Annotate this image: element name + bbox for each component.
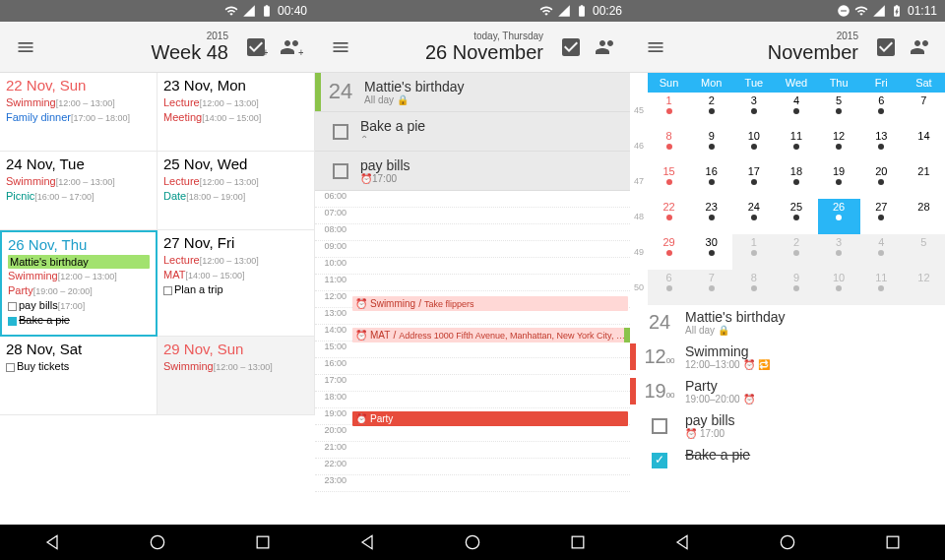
- new-task-button[interactable]: +: [240, 35, 272, 59]
- hour-row[interactable]: 08:00: [315, 224, 630, 241]
- month-cell[interactable]: 4: [775, 93, 817, 128]
- hour-row[interactable]: 21:00: [315, 442, 630, 459]
- task-row[interactable]: Bake a pie ⌃: [315, 112, 630, 152]
- month-cell[interactable]: 10: [732, 128, 775, 163]
- month-cell[interactable]: 6: [648, 270, 690, 305]
- month-grid[interactable]: 4512345674689101112131447151617181920214…: [630, 93, 945, 305]
- task-row[interactable]: pay bills ⏰17:00: [315, 152, 630, 191]
- month-cell[interactable]: 25: [775, 199, 817, 234]
- agenda-event[interactable]: 1200 Swimming 12:00–13:00 ⏰ 🔁: [630, 340, 945, 374]
- month-cell[interactable]: 15: [648, 163, 690, 199]
- month-cell[interactable]: 21: [903, 163, 945, 199]
- new-task-button[interactable]: [555, 35, 587, 59]
- hour-row[interactable]: 22:00: [315, 459, 630, 475]
- event-party[interactable]: ⏰ Party: [352, 411, 628, 426]
- event[interactable]: Lecture[12:00 – 13:00]: [163, 253, 308, 268]
- month-cell[interactable]: 19: [818, 163, 860, 199]
- hour-row[interactable]: 09:00: [315, 241, 630, 258]
- allday-row[interactable]: 24 Mattie's birthday All day 🔒: [315, 73, 630, 112]
- hour-row[interactable]: 07:00: [315, 208, 630, 224]
- hour-row[interactable]: 15:00: [315, 342, 630, 358]
- hour-row[interactable]: 23:00: [315, 475, 630, 492]
- event[interactable]: pay bills[17:00]: [8, 298, 150, 313]
- event[interactable]: Picnic[16:00 – 17:00]: [6, 189, 151, 204]
- hour-row[interactable]: 06:00: [315, 191, 630, 208]
- month-cell[interactable]: 3: [818, 234, 860, 270]
- month-cell[interactable]: 14: [903, 128, 945, 163]
- menu-button[interactable]: [8, 37, 43, 57]
- month-cell[interactable]: 16: [690, 163, 732, 199]
- month-cell[interactable]: 5: [818, 93, 860, 128]
- hour-row[interactable]: 17:00: [315, 375, 630, 392]
- month-cell[interactable]: 10: [818, 270, 860, 305]
- event[interactable]: Meeting[14:00 – 15:00]: [163, 110, 308, 125]
- event[interactable]: Mattie's birthday: [8, 255, 150, 269]
- month-cell[interactable]: 9: [690, 128, 732, 163]
- hour-row[interactable]: 20:00: [315, 425, 630, 442]
- back-button[interactable]: [42, 532, 62, 552]
- month-cell[interactable]: 28: [903, 199, 945, 234]
- checkbox-icon[interactable]: [8, 317, 17, 326]
- hour-row[interactable]: 18:00: [315, 392, 630, 408]
- week-cell[interactable]: 27 Nov, FriLecture[12:00 – 13:00]MAT[14:…: [158, 230, 315, 337]
- month-cell[interactable]: 27: [860, 199, 903, 234]
- event[interactable]: Date[18:00 – 19:00]: [163, 189, 308, 204]
- checkbox-icon[interactable]: [6, 363, 15, 372]
- month-cell[interactable]: 1: [648, 93, 690, 128]
- month-cell[interactable]: 12: [818, 128, 860, 163]
- month-cell[interactable]: 12: [903, 270, 945, 305]
- month-cell[interactable]: 9: [775, 270, 817, 305]
- recent-button[interactable]: [883, 532, 903, 552]
- agenda-task[interactable]: pay bills ⏰17:00: [630, 408, 945, 443]
- event[interactable]: Party[19:00 – 20:00]: [8, 283, 150, 298]
- hours-grid[interactable]: ⏰ Swimming/ Take flippers ⏰ MAT/ Address…: [315, 191, 630, 525]
- title-block[interactable]: 2015 Week 48: [47, 31, 236, 64]
- home-button[interactable]: [778, 532, 797, 552]
- month-cell[interactable]: 8: [732, 270, 775, 305]
- title-block[interactable]: 2015 November: [677, 31, 866, 64]
- week-grid[interactable]: 22 Nov, SunSwimming[12:00 – 13:00]Family…: [0, 73, 315, 525]
- month-cell[interactable]: 29: [648, 234, 690, 270]
- event[interactable]: Swimming[12:00 – 13:00]: [163, 359, 308, 374]
- event[interactable]: Buy tickets: [6, 359, 151, 373]
- back-button[interactable]: [357, 532, 377, 552]
- task-checkbox[interactable]: [321, 124, 360, 140]
- event[interactable]: Swimming[12:00 – 13:00]: [6, 95, 151, 110]
- month-cell[interactable]: 2: [690, 93, 732, 128]
- week-cell[interactable]: 25 Nov, WedLecture[12:00 – 13:00]Date[18…: [158, 152, 315, 230]
- menu-button[interactable]: [323, 37, 358, 57]
- recent-button[interactable]: [568, 532, 588, 552]
- week-cell[interactable]: 24 Nov, TueSwimming[12:00 – 13:00]Picnic…: [0, 152, 158, 230]
- month-cell[interactable]: 3: [732, 93, 775, 128]
- event-mat[interactable]: ⏰ MAT/ Address 1000 Fifth Avenue, Manhat…: [352, 328, 628, 342]
- week-cell[interactable]: 23 Nov, MonLecture[12:00 – 13:00]Meeting…: [158, 73, 315, 152]
- agenda-list[interactable]: 24 Mattie's birthday All day 🔒 1200 Swim…: [630, 305, 945, 525]
- week-cell[interactable]: 28 Nov, SatBuy tickets: [0, 337, 158, 415]
- add-people-button[interactable]: [591, 35, 622, 59]
- month-cell[interactable]: 2: [775, 234, 817, 270]
- month-cell[interactable]: 5: [903, 234, 945, 270]
- add-people-button[interactable]: [906, 35, 937, 59]
- month-cell[interactable]: 30: [690, 234, 732, 270]
- month-cell[interactable]: 24: [732, 199, 775, 234]
- week-cell[interactable]: 29 Nov, SunSwimming[12:00 – 13:00]: [158, 337, 315, 415]
- month-cell[interactable]: 7: [690, 270, 732, 305]
- agenda-task[interactable]: Bake a pie: [630, 443, 945, 476]
- month-cell[interactable]: 4: [860, 234, 903, 270]
- month-cell[interactable]: 1: [732, 234, 775, 270]
- agenda-allday[interactable]: 24 Mattie's birthday All day 🔒: [630, 305, 945, 340]
- event[interactable]: Lecture[12:00 – 13:00]: [163, 174, 308, 189]
- event[interactable]: Plan a trip: [163, 282, 308, 296]
- month-cell[interactable]: 26: [818, 199, 860, 234]
- hour-row[interactable]: 16:00: [315, 358, 630, 375]
- month-cell[interactable]: 8: [648, 128, 690, 163]
- checkbox-icon[interactable]: [8, 302, 17, 311]
- task-checkbox[interactable]: [321, 163, 360, 179]
- task-checkbox[interactable]: [652, 453, 667, 468]
- month-cell[interactable]: 20: [860, 163, 903, 199]
- month-cell[interactable]: 11: [775, 128, 817, 163]
- month-cell[interactable]: 17: [732, 163, 775, 199]
- month-cell[interactable]: 23: [690, 199, 732, 234]
- month-cell[interactable]: 22: [648, 199, 690, 234]
- week-cell[interactable]: 22 Nov, SunSwimming[12:00 – 13:00]Family…: [0, 73, 158, 152]
